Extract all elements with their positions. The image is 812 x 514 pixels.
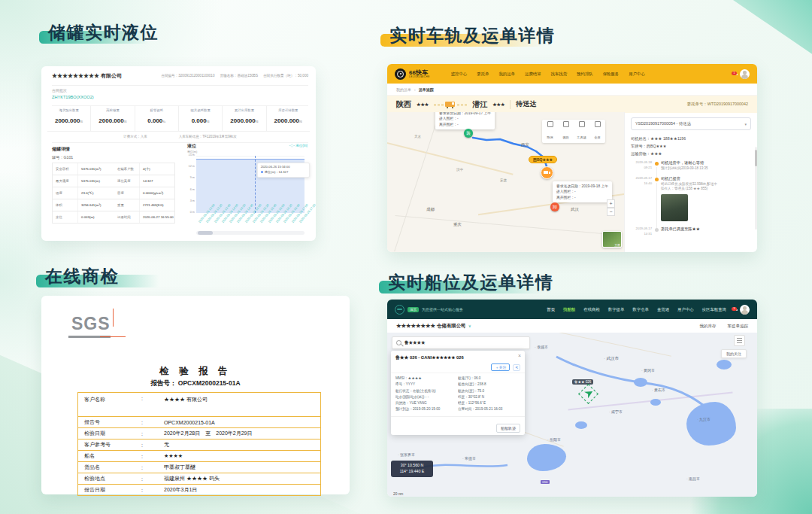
nav-item[interactable]: 预约排队 — [577, 71, 593, 77]
map-city-label: 西安 — [521, 142, 529, 148]
follow-button[interactable]: ＋关注 — [491, 363, 510, 371]
truck-position-marker[interactable] — [541, 166, 553, 179]
nav-item[interactable]: 找车找货 — [551, 71, 568, 77]
nav-item[interactable]: 我的运单 — [498, 71, 515, 77]
zoom-in-button[interactable]: + — [607, 199, 615, 208]
ship-map[interactable]: 孝感市武汉市黄冈市黄石市咸宁市九江市岳阳市常德市张家界市南昌市 鲁★★ 026 … — [387, 333, 757, 497]
scrollbar-thumb[interactable] — [198, 231, 213, 235]
truck-app-body: 天水西安汉中安康成都重庆武汉襄阳 要求装货日期：2019-09-17 上午进入围… — [387, 112, 757, 252]
tank-contract-meta: 合同编号：3200913120001100010 货物名称：基础油150BS 合… — [161, 74, 308, 78]
user-avatar[interactable] — [740, 305, 750, 315]
legend-marker-icon: -◇- — [289, 144, 295, 148]
route-status: 待送达 — [516, 99, 536, 109]
row-label: 货品名 — [78, 464, 141, 471]
ship-app-logo-icon[interactable] — [395, 305, 404, 315]
load-point-marker[interactable]: 装 — [464, 129, 473, 138]
nav-item[interactable]: 首页 — [547, 307, 555, 312]
breadcrumb-parent[interactable]: 我的运单 — [396, 87, 411, 92]
waybill-timeline: 2019-09-18 09:21 司机送货中，请耐心等待 预计到达时间2019-… — [631, 160, 751, 236]
row-value: 2020年2月28日 至 2020年2月29日 — [158, 430, 320, 437]
truck-glyph-icon — [445, 102, 455, 107]
map-tool-button[interactable]: 测距 — [558, 120, 574, 143]
logo-cropmark-vertical — [113, 309, 114, 327]
chart-legend[interactable]: -◇- 液位(m) — [289, 144, 308, 148]
table-row: 温度 23.0(℃) 密度 0.0000(g/cm³) — [53, 187, 174, 199]
share-icon[interactable]: < — [513, 364, 520, 371]
stat-unit: 吨 — [207, 120, 210, 123]
timeline-entry: 2019-09-17 16:40 司机已提货 司机已提货,实际发货32.998吨… — [631, 176, 751, 221]
stat-value: 0.000 — [192, 117, 207, 124]
lake-shape — [717, 360, 732, 370]
nav-item[interactable]: 用户中心 — [629, 71, 645, 77]
ship-header-right: 3 — [734, 305, 750, 315]
ship-search-box[interactable]: 鲁★★★★ — [392, 336, 530, 349]
satellite-label: 卫星 — [614, 243, 620, 247]
stat-value: 2000.000 — [55, 117, 80, 124]
cell-label-1: 温度 — [53, 187, 78, 199]
map-layers-button[interactable] — [734, 335, 745, 346]
timeline-scrollbar[interactable] — [755, 147, 757, 230]
zoom-out-button[interactable]: − — [607, 208, 615, 216]
nav-item[interactable]: 疫区车船查询 — [702, 307, 726, 312]
nav-item[interactable]: 运费结算 — [525, 71, 541, 77]
map-tool-label: 路况 — [547, 135, 553, 139]
report-table-row: 报告号 : OPCXM2000215-01A — [78, 417, 320, 428]
user-avatar[interactable] — [740, 69, 750, 79]
nav-item[interactable]: 找船舶 — [563, 307, 575, 312]
satellite-view-thumbnail[interactable]: 卫星 — [602, 231, 622, 248]
cursor-coordinates-box: 30° 10.560 N 114° 19.440 E — [391, 461, 433, 477]
truck-app-logo-icon[interactable] — [395, 68, 406, 80]
timeline-dot-icon — [655, 162, 659, 166]
nav-item[interactable]: 保险服务 — [603, 71, 620, 77]
nav-item[interactable]: 在线商检 — [583, 307, 600, 312]
truck-plate-pill[interactable]: 西BQ★★★ — [529, 156, 557, 163]
ship-attributes: MMSI：★★★★呼号：YYYY航行状态：在航(主机推动)吃水(国际吃水(米))… — [391, 373, 525, 416]
timeline-dot-icon — [655, 228, 659, 232]
company-selector[interactable]: ★★★★★★★★ 仓储有限公司 — [396, 323, 466, 330]
subbar-link[interactable]: 我的库存 — [700, 324, 717, 329]
load-info-popup: 要求装货日期：2019-09-17 上午进入围栏：-离开围栏：- — [435, 112, 495, 129]
scrollbar-thumb[interactable] — [755, 150, 757, 166]
billing-mode: 计费方式：入库 — [123, 135, 147, 138]
stat-unit: 吨 — [80, 120, 83, 123]
timeline-datetime: 2019-09-18 09:21 — [631, 160, 652, 171]
my-follows-dropdown[interactable]: 我的关注 — [721, 349, 747, 358]
nav-item[interactable]: 用户中心 — [677, 307, 694, 312]
ship-track-button[interactable]: 船舶轨迹 — [496, 424, 520, 433]
breadcrumb-current: 运单追踪 — [419, 87, 434, 92]
cell-value-1: 23.0(℃) — [78, 187, 114, 199]
breadcrumb-separator: › — [414, 87, 416, 92]
batch-link[interactable]: ZHYKT19BO(XXOO2) — [52, 95, 308, 99]
row-colon: : — [141, 488, 158, 493]
proof-photo-thumbnail[interactable] — [661, 194, 688, 221]
row-label: 船名 — [78, 452, 141, 460]
timeline-content: 委托单已调度至陈★★ — [661, 227, 751, 236]
chart-datazoom-scrollbar[interactable] — [196, 231, 304, 235]
map-tool-button[interactable]: 工具箱 — [574, 120, 589, 143]
subbar-link[interactable]: 车提单追踪 — [728, 324, 749, 329]
stat-unit: 吨 — [124, 120, 127, 123]
nav-item[interactable]: 委托单 — [477, 71, 489, 77]
row-label: 客户参考号 — [78, 441, 141, 449]
nav-item[interactable]: 数字仓单 — [632, 307, 649, 312]
nav-item[interactable]: 金货通 — [657, 307, 669, 312]
nav-item[interactable]: 数字提单 — [608, 307, 625, 312]
truck-map[interactable]: 天水西安汉中安康成都重庆武汉襄阳 要求装货日期：2019-09-17 上午进入围… — [387, 112, 624, 252]
row-label: 报告日期 — [78, 486, 141, 494]
waybill-select[interactable]: YSD20190917000054 - 待送达 ▾ — [631, 117, 751, 130]
map-city-label: 孝感市 — [535, 345, 548, 349]
stat-column: 标管损耗 0.000‰ — [135, 105, 178, 131]
map-tool-button[interactable]: 路况 — [542, 120, 558, 143]
unload-point-marker[interactable]: 卸 — [550, 202, 559, 211]
driver-name: 司机姓名：★★★ 188★★1196 — [631, 135, 751, 142]
close-icon[interactable]: × — [518, 353, 521, 358]
row-value: 无 — [158, 441, 320, 449]
stat-label: 海关预出数量 — [47, 108, 90, 112]
ship-marker-icon[interactable] — [584, 389, 593, 398]
map-tool-button[interactable]: 全屏 — [589, 120, 605, 143]
chart-tooltip: 2020-06-26 15:34:00 液位(m)：14.327 — [257, 163, 310, 177]
popup-buttons: ＋关注 < — [391, 361, 525, 373]
nav-item[interactable]: 监控中心 — [451, 71, 468, 77]
row-colon: : — [141, 476, 158, 482]
latitude-value: 30° 10.560 N — [391, 463, 433, 469]
